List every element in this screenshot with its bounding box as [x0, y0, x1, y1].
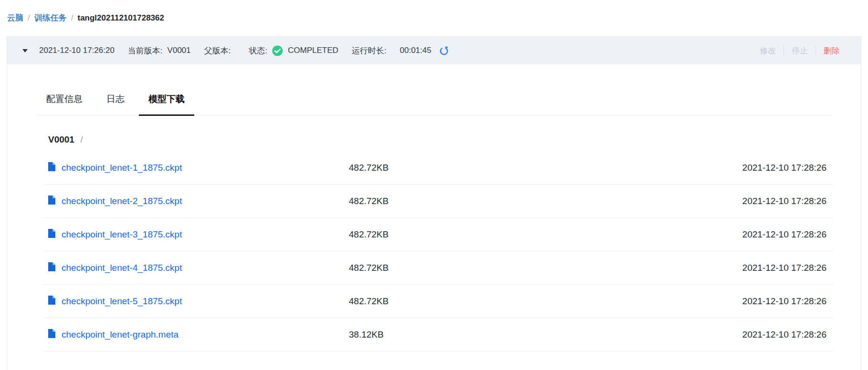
- file-size: 482.72KB: [349, 196, 693, 206]
- file-size: 38.12KB: [349, 329, 693, 340]
- tab-bar: 配置信息 日志 模型下载: [37, 64, 831, 115]
- breadcrumb: 云脑 / 训练任务 / tangl202112101728362: [7, 12, 164, 23]
- file-date: 2021-12-10 17:28:26: [693, 163, 826, 173]
- duration-value: 00:01:45: [400, 46, 431, 55]
- breadcrumb-separator: /: [71, 13, 73, 23]
- current-version-label: 当前版本:: [128, 45, 163, 56]
- file-date: 2021-12-10 17:28:26: [693, 229, 826, 240]
- tab-model-download[interactable]: 模型下载: [139, 93, 194, 115]
- status-label: 状态:: [249, 45, 268, 56]
- file-icon: [48, 162, 55, 173]
- file-size: 482.72KB: [349, 296, 693, 307]
- file-date: 2021-12-10 17:28:26: [693, 296, 826, 307]
- tab-config-info[interactable]: 配置信息: [37, 93, 92, 115]
- stop-button[interactable]: 停止: [784, 45, 816, 56]
- version-path-root: V0001: [48, 134, 74, 144]
- file-row: checkpoint_lenet-graph.meta 38.12KB 2021…: [43, 318, 833, 351]
- task-created-time: 2021-12-10 17:26:20: [39, 46, 115, 55]
- file-row: checkpoint_lenet-1_1875.ckpt 482.72KB 20…: [43, 151, 833, 185]
- breadcrumb-separator: /: [28, 13, 30, 23]
- file-link[interactable]: checkpoint_lenet-3_1875.ckpt: [62, 229, 182, 240]
- delete-button[interactable]: 删除: [816, 45, 847, 56]
- task-panel: 2021-12-10 17:26:20 当前版本: V0001 父版本: 状态:…: [7, 36, 861, 370]
- file-row: checkpoint_lenet-2_1875.ckpt 482.72KB 20…: [43, 185, 833, 218]
- task-actions: 修改 停止 删除: [752, 45, 847, 56]
- file-row: checkpoint_lenet-4_1875.ckpt 482.72KB 20…: [43, 251, 833, 285]
- file-link[interactable]: checkpoint_lenet-5_1875.ckpt: [62, 296, 182, 307]
- file-icon: [48, 329, 55, 340]
- collapse-caret-icon[interactable]: [22, 49, 28, 52]
- status-value: COMPLETED: [288, 46, 338, 55]
- file-icon: [48, 296, 55, 307]
- current-version-value: V0001: [167, 46, 191, 55]
- breadcrumb-link-cloudbrain[interactable]: 云脑: [7, 12, 23, 23]
- breadcrumb-link-training-tasks[interactable]: 训练任务: [34, 12, 67, 23]
- file-link[interactable]: checkpoint_lenet-4_1875.ckpt: [62, 263, 182, 273]
- duration-label: 运行时长:: [352, 45, 387, 56]
- task-header-bar: 2021-12-10 17:26:20 当前版本: V0001 父版本: 状态:…: [7, 37, 861, 64]
- file-link[interactable]: checkpoint_lenet-2_1875.ckpt: [62, 196, 182, 206]
- tab-logs[interactable]: 日志: [97, 93, 134, 115]
- parent-version-label: 父版本:: [204, 45, 231, 56]
- file-size: 482.72KB: [349, 263, 693, 273]
- file-date: 2021-12-10 17:28:26: [693, 329, 826, 340]
- file-icon: [48, 262, 55, 273]
- file-row: checkpoint_lenet-3_1875.ckpt 482.72KB 20…: [43, 218, 833, 251]
- modify-button[interactable]: 修改: [752, 45, 784, 56]
- file-date: 2021-12-10 17:28:26: [693, 263, 826, 273]
- version-path: V0001 /: [48, 134, 861, 145]
- file-table: checkpoint_lenet-1_1875.ckpt 482.72KB 20…: [43, 151, 833, 351]
- file-size: 482.72KB: [349, 229, 693, 240]
- file-link[interactable]: checkpoint_lenet-1_1875.ckpt: [62, 163, 182, 173]
- breadcrumb-current-task: tangl202112101728362: [77, 13, 164, 23]
- refresh-icon[interactable]: [439, 46, 449, 56]
- file-row: checkpoint_lenet-5_1875.ckpt 482.72KB 20…: [43, 285, 833, 318]
- file-link[interactable]: checkpoint_lenet-graph.meta: [62, 329, 178, 340]
- status-check-icon: [272, 45, 283, 56]
- path-separator: /: [80, 134, 83, 144]
- file-icon: [48, 195, 55, 206]
- file-size: 482.72KB: [349, 163, 693, 173]
- file-date: 2021-12-10 17:28:26: [693, 196, 826, 206]
- file-icon: [48, 229, 55, 240]
